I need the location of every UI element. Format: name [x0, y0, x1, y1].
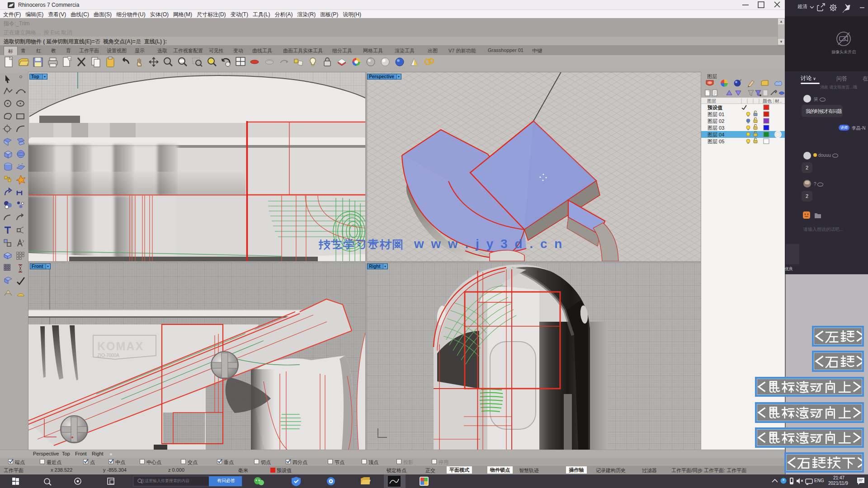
svg-text:ZIO-7000A: ZIO-7000A	[97, 353, 119, 358]
svg-text:KOMAX: KOMAX	[97, 340, 144, 352]
